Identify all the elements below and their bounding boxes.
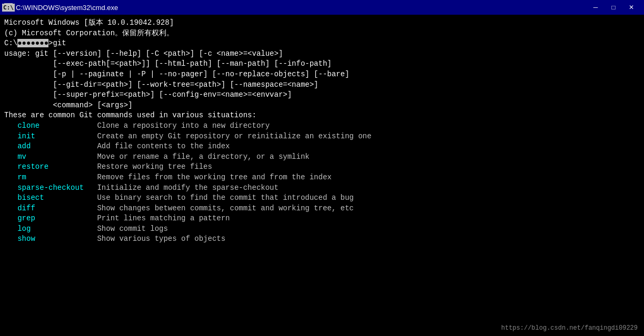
terminal-line: bisect Use binary search to find the com…	[4, 193, 640, 203]
terminal-line: [--exec-path[=<path>]] [--html-path] [--…	[4, 59, 640, 69]
terminal-line: (c) Microsoft Corporation。保留所有权利。	[4, 28, 640, 39]
terminal-line: log Show commit logs	[4, 224, 640, 235]
close-button[interactable]: ✕	[623, 2, 640, 13]
terminal-line: Microsoft Windows [版本 10.0.19042.928]	[4, 18, 640, 28]
terminal-line: usage: git [--version] [--help] [-C <pat…	[4, 49, 640, 59]
terminal-line: mv Move or rename a file, a directory, o…	[4, 152, 640, 162]
terminal-line: clone Clone a repository into a new dire…	[4, 121, 640, 131]
terminal-line: show Show various types of objects	[4, 234, 640, 245]
terminal-body: Microsoft Windows [版本 10.0.19042.928](c)…	[0, 15, 644, 336]
terminal-line: diff Show changes between commits, commi…	[4, 203, 640, 214]
terminal-line: C:\●●●●●●●>git	[4, 38, 640, 49]
terminal-line: [--git-dir=<path>] [--work-tree=<path>] …	[4, 80, 640, 90]
maximize-button[interactable]: □	[605, 2, 622, 13]
terminal-line: restore Restore working tree files	[4, 162, 640, 172]
terminal-line: These are common Git commands used in va…	[4, 110, 640, 121]
terminal-line: <command> [<args>]	[4, 100, 640, 111]
terminal-output: Microsoft Windows [版本 10.0.19042.928](c)…	[4, 18, 640, 245]
minimize-button[interactable]: ─	[587, 2, 604, 13]
watermark: https://blog.csdn.net/fanqingdi09229	[501, 324, 638, 332]
window-title: C:\WINDOWS\system32\cmd.exe	[16, 4, 118, 12]
terminal-line: sparse-checkout Initialize and modify th…	[4, 183, 640, 194]
terminal-line: add Add file contents to the index	[4, 141, 640, 152]
title-bar: C:\ C:\WINDOWS\system32\cmd.exe ─ □ ✕	[0, 0, 644, 15]
cmd-icon: C:\	[4, 3, 13, 12]
terminal-line: grep Print lines matching a pattern	[4, 213, 640, 224]
title-bar-left: C:\ C:\WINDOWS\system32\cmd.exe	[4, 3, 118, 12]
terminal-line: init Create an empty Git repository or r…	[4, 131, 640, 142]
window-controls[interactable]: ─ □ ✕	[587, 2, 640, 13]
terminal-line: rm Remove files from the working tree an…	[4, 172, 640, 183]
terminal-line: [-p | --paginate | -P | --no-pager] [--n…	[4, 69, 640, 80]
terminal-line: [--super-prefix=<path>] [--config-env=<n…	[4, 90, 640, 100]
